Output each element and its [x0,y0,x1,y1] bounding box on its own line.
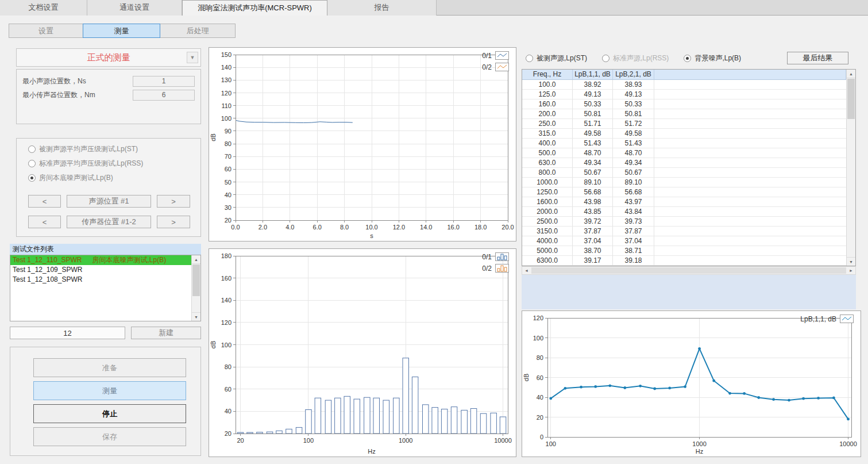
field-value[interactable]: 6 [133,90,195,101]
mic-position-button[interactable]: 传声器位置 #1-2 [67,216,151,228]
svg-text:130: 130 [221,76,232,83]
radio-option[interactable]: 背景噪声,Lp(B) [684,53,741,63]
scroll-up-icon[interactable]: ▲ [847,70,855,78]
sub-tab[interactable]: 设置 [9,24,83,38]
file-list-item[interactable]: Test 1_12_108_SPWR [10,275,191,285]
table-row[interactable]: 6300.039.1739.18 [522,256,846,266]
next-position-button[interactable]: > [157,195,190,208]
level-cell: 56.68 [573,187,613,197]
table-row[interactable]: 2500.039.7239.73 [522,217,846,227]
measure-button[interactable]: 测量 [33,381,186,400]
table-vscrollbar[interactable]: ▲ ▼ [846,70,855,266]
radio-option[interactable]: 被测声源平均声压级测试,Lp(ST) [28,144,138,154]
scroll-down-icon[interactable]: ▼ [192,312,200,321]
svg-text:100: 100 [533,335,543,342]
radio-label: 标准声源平均声压级测试,Lp(RSS) [39,159,143,168]
field-value[interactable]: 1 [133,76,195,87]
freq-cell: 400.0 [522,139,573,148]
svg-text:s: s [370,232,373,239]
prev-position-button[interactable]: < [28,216,61,228]
scroll-thumb[interactable] [531,267,846,274]
file-list-item[interactable]: Test 1_12_109_SPWR [10,265,191,275]
file-list-item[interactable]: Test 1_12_110_SPWR房间本底噪声测试,Lp(B) [10,255,191,265]
scroll-thumb[interactable] [847,79,855,119]
table-row[interactable]: 1250.056.6856.68 [522,187,846,197]
next-position-button[interactable]: > [157,216,190,228]
svg-text:100: 100 [221,115,232,122]
radio-option[interactable]: 标准声源平均声压级测试,Lp(RSS) [28,159,143,168]
freq-cell: 125.0 [522,90,573,99]
column-header[interactable]: LpB,1,1, dB [573,70,613,80]
scroll-down-icon[interactable]: ▼ [847,257,855,266]
table-row[interactable]: 5000.038.7038.71 [522,246,846,256]
scroll-thumb[interactable] [192,264,200,296]
table-row[interactable]: 1000.089.1089.10 [522,178,846,187]
svg-text:14.0: 14.0 [420,224,432,231]
stop-button[interactable]: 停止 [33,404,186,423]
table-row[interactable]: 125.049.1349.13 [522,90,846,99]
measurement-mode-select[interactable]: 正式的测量 ▼ [16,48,201,67]
table-row[interactable]: 500.048.7048.70 [522,148,846,158]
level-cell: 49.58 [613,129,654,139]
file-test-type: 房间本底噪声测试,Lp(B) [92,256,167,264]
top-tab[interactable]: 报告 [327,0,437,16]
radio-selected-icon [684,55,691,62]
result-type-radio-group: 被测声源,Lp(ST)标准声源,Lp(RSS)背景噪声,Lp(B) [526,53,741,63]
table-row[interactable]: 250.051.7151.72 [522,119,846,129]
file-name: Test 1_12_108_SPWR [13,275,82,283]
svg-text:20: 20 [225,217,232,224]
freq-cell: 3150.0 [522,227,573,236]
file-list-scrollbar[interactable]: ▲ ▼ [191,255,200,321]
table-row[interactable]: 800.050.6750.67 [522,168,846,178]
table-row[interactable]: 100.038.9238.93 [522,80,846,90]
freq-cell: 2000.0 [522,207,573,217]
radio-icon [28,145,36,153]
prepare-button[interactable]: 准备 [33,358,186,377]
top-tab[interactable]: 文档设置 [0,0,87,16]
svg-text:Hz: Hz [696,448,703,455]
svg-text:0: 0 [540,434,543,440]
table-row[interactable]: 2000.043.8543.84 [522,207,846,217]
level-cell: 50.81 [573,109,613,119]
line-series-icon [495,63,509,71]
radio-option[interactable]: 标准声源,Lp(RSS) [602,53,669,63]
new-file-button[interactable]: 新建 [131,327,201,339]
chevron-down-icon[interactable]: ▼ [187,52,198,63]
svg-text:50: 50 [225,179,232,186]
final-result-button[interactable]: 最后结果 [787,52,848,64]
table-row[interactable]: 400.051.4351.43 [522,139,846,148]
sub-tab[interactable]: 后处理 [160,24,236,38]
measurement-count-button[interactable]: 12 [10,327,125,339]
column-header[interactable]: LpB,2,1, dB [613,70,654,80]
top-tab[interactable]: 通道设置 [87,0,182,16]
level-cell: 50.33 [573,99,613,109]
svg-text:20.0: 20.0 [501,224,514,231]
frequency-table[interactable]: Freq., HzLpB,1,1, dBLpB,2,1, dB100.038.9… [522,69,856,266]
table-row[interactable]: 200.050.8150.81 [522,109,846,119]
source-position-button[interactable]: 声源位置 #1 [67,195,151,208]
column-header[interactable]: Freq., Hz [522,70,573,80]
save-button[interactable]: 保存 [33,427,186,446]
table-row[interactable]: 630.049.3449.34 [522,158,846,168]
top-tab[interactable]: 混响室法测试声功率(MCR-SPWR) [182,0,327,16]
radio-option[interactable]: 被测声源,Lp(ST) [526,53,587,63]
file-name: Test 1_12_110_SPWR [13,256,82,264]
table-row[interactable]: 3150.037.8737.87 [522,227,846,236]
scroll-right-icon[interactable]: ► [847,267,855,274]
sub-tab[interactable]: 测量 [83,24,160,38]
time-legend: 0/10/2 [482,51,509,71]
table-hscrollbar[interactable]: ◄ ► [522,266,856,275]
scroll-up-icon[interactable]: ▲ [192,255,200,264]
table-row[interactable]: 1600.043.9843.97 [522,197,846,207]
table-row[interactable]: 315.049.5849.58 [522,129,846,139]
svg-text:140: 140 [221,297,232,304]
table-row[interactable]: 160.050.3350.33 [522,99,846,109]
radio-option[interactable]: 房间本底噪声测试,Lp(B) [28,173,113,183]
scroll-left-icon[interactable]: ◄ [522,267,531,274]
prev-position-button[interactable]: < [28,195,61,208]
svg-text:150: 150 [221,51,232,58]
test-file-list[interactable]: Test 1_12_110_SPWR房间本底噪声测试,Lp(B)Test 1_1… [10,255,201,321]
level-cell: 51.43 [573,139,613,148]
svg-text:18.0: 18.0 [474,224,487,231]
table-row[interactable]: 4000.037.0437.04 [522,236,846,246]
